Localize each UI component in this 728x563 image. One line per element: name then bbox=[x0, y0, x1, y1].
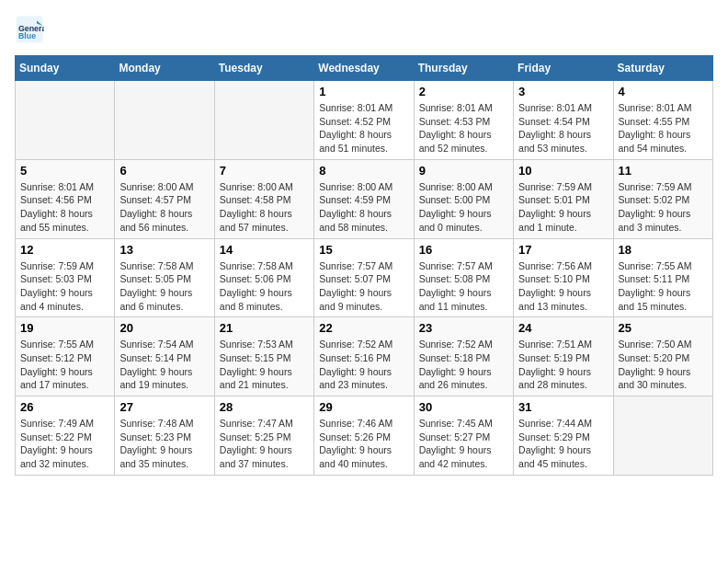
calendar-cell: 25Sunrise: 7:50 AMSunset: 5:20 PMDayligh… bbox=[613, 317, 712, 396]
calendar-cell: 16Sunrise: 7:57 AMSunset: 5:08 PMDayligh… bbox=[414, 238, 513, 317]
calendar-header: SundayMondayTuesdayWednesdayThursdayFrid… bbox=[16, 56, 713, 81]
day-number: 10 bbox=[518, 164, 608, 178]
calendar-cell: 18Sunrise: 7:55 AMSunset: 5:11 PMDayligh… bbox=[613, 238, 712, 317]
day-info: Sunrise: 7:54 AMSunset: 5:14 PMDaylight:… bbox=[119, 338, 209, 392]
calendar-week-row: 19Sunrise: 7:55 AMSunset: 5:12 PMDayligh… bbox=[16, 317, 713, 396]
day-info: Sunrise: 8:00 AMSunset: 4:59 PMDaylight:… bbox=[319, 180, 408, 235]
day-info: Sunrise: 7:52 AMSunset: 5:18 PMDaylight:… bbox=[419, 338, 508, 392]
calendar-cell: 1Sunrise: 8:01 AMSunset: 4:52 PMDaylight… bbox=[314, 81, 414, 160]
weekday-header: Tuesday bbox=[214, 56, 313, 81]
calendar-week-row: 26Sunrise: 7:49 AMSunset: 5:22 PMDayligh… bbox=[16, 396, 713, 476]
calendar-cell: 22Sunrise: 7:52 AMSunset: 5:16 PMDayligh… bbox=[314, 317, 414, 396]
calendar-cell: 14Sunrise: 7:58 AMSunset: 5:06 PMDayligh… bbox=[214, 238, 313, 317]
logo-icon: General Blue bbox=[15, 15, 44, 44]
calendar-cell: 30Sunrise: 7:45 AMSunset: 5:27 PMDayligh… bbox=[414, 396, 513, 476]
calendar-cell bbox=[613, 396, 712, 476]
day-info: Sunrise: 7:52 AMSunset: 5:16 PMDaylight:… bbox=[319, 338, 408, 392]
day-number: 15 bbox=[319, 243, 408, 257]
day-info: Sunrise: 7:50 AMSunset: 5:20 PMDaylight:… bbox=[619, 338, 708, 392]
day-number: 8 bbox=[319, 164, 408, 178]
day-number: 30 bbox=[419, 400, 508, 414]
day-info: Sunrise: 8:01 AMSunset: 4:53 PMDaylight:… bbox=[419, 101, 508, 155]
day-number: 29 bbox=[319, 400, 408, 414]
day-info: Sunrise: 8:00 AMSunset: 4:57 PMDaylight:… bbox=[119, 180, 209, 235]
day-info: Sunrise: 7:53 AMSunset: 5:15 PMDaylight:… bbox=[220, 338, 309, 392]
day-info: Sunrise: 7:58 AMSunset: 5:05 PMDaylight:… bbox=[119, 259, 209, 314]
calendar-cell: 7Sunrise: 8:00 AMSunset: 4:58 PMDaylight… bbox=[214, 159, 313, 238]
day-info: Sunrise: 8:00 AMSunset: 4:58 PMDaylight:… bbox=[220, 180, 309, 235]
day-number: 28 bbox=[220, 400, 309, 414]
calendar-table: SundayMondayTuesdayWednesdayThursdayFrid… bbox=[15, 55, 713, 476]
calendar-cell: 15Sunrise: 7:57 AMSunset: 5:07 PMDayligh… bbox=[314, 238, 414, 317]
day-number: 18 bbox=[619, 243, 708, 257]
calendar-cell: 26Sunrise: 7:49 AMSunset: 5:22 PMDayligh… bbox=[16, 396, 115, 476]
day-info: Sunrise: 8:01 AMSunset: 4:54 PMDaylight:… bbox=[518, 101, 608, 155]
svg-text:Blue: Blue bbox=[18, 31, 36, 40]
day-info: Sunrise: 7:59 AMSunset: 5:01 PMDaylight:… bbox=[518, 180, 608, 235]
day-number: 17 bbox=[518, 243, 608, 257]
day-number: 7 bbox=[220, 164, 309, 178]
calendar-cell: 6Sunrise: 8:00 AMSunset: 4:57 PMDaylight… bbox=[115, 159, 214, 238]
day-number: 24 bbox=[518, 321, 608, 335]
calendar-cell: 20Sunrise: 7:54 AMSunset: 5:14 PMDayligh… bbox=[115, 317, 214, 396]
calendar-cell: 17Sunrise: 7:56 AMSunset: 5:10 PMDayligh… bbox=[514, 238, 613, 317]
calendar-cell: 23Sunrise: 7:52 AMSunset: 5:18 PMDayligh… bbox=[414, 317, 513, 396]
day-number: 11 bbox=[619, 164, 708, 178]
weekday-header: Sunday bbox=[16, 56, 115, 81]
calendar-cell: 12Sunrise: 7:59 AMSunset: 5:03 PMDayligh… bbox=[16, 238, 115, 317]
calendar-week-row: 1Sunrise: 8:01 AMSunset: 4:52 PMDaylight… bbox=[16, 81, 713, 160]
day-number: 25 bbox=[619, 321, 708, 335]
day-info: Sunrise: 7:57 AMSunset: 5:07 PMDaylight:… bbox=[319, 259, 408, 314]
calendar-cell: 3Sunrise: 8:01 AMSunset: 4:54 PMDaylight… bbox=[514, 81, 613, 160]
weekday-header: Wednesday bbox=[314, 56, 414, 81]
logo: General Blue bbox=[15, 15, 50, 44]
day-info: Sunrise: 7:48 AMSunset: 5:23 PMDaylight:… bbox=[119, 417, 209, 471]
day-info: Sunrise: 7:56 AMSunset: 5:10 PMDaylight:… bbox=[518, 259, 608, 314]
calendar-body: 1Sunrise: 8:01 AMSunset: 4:52 PMDaylight… bbox=[16, 81, 713, 476]
day-number: 19 bbox=[20, 321, 109, 335]
day-number: 12 bbox=[20, 243, 109, 257]
calendar-cell bbox=[214, 81, 313, 160]
day-number: 20 bbox=[119, 321, 209, 335]
calendar-cell bbox=[16, 81, 115, 160]
weekday-header: Monday bbox=[115, 56, 214, 81]
day-number: 31 bbox=[518, 400, 608, 414]
calendar-cell: 2Sunrise: 8:01 AMSunset: 4:53 PMDaylight… bbox=[414, 81, 513, 160]
calendar-cell: 13Sunrise: 7:58 AMSunset: 5:05 PMDayligh… bbox=[115, 238, 214, 317]
weekday-header: Friday bbox=[514, 56, 613, 81]
day-number: 5 bbox=[20, 164, 109, 178]
calendar-week-row: 5Sunrise: 8:01 AMSunset: 4:56 PMDaylight… bbox=[16, 159, 713, 238]
calendar-cell: 28Sunrise: 7:47 AMSunset: 5:25 PMDayligh… bbox=[214, 396, 313, 476]
calendar-cell: 5Sunrise: 8:01 AMSunset: 4:56 PMDaylight… bbox=[16, 159, 115, 238]
day-info: Sunrise: 8:01 AMSunset: 4:56 PMDaylight:… bbox=[20, 180, 109, 235]
calendar-cell: 21Sunrise: 7:53 AMSunset: 5:15 PMDayligh… bbox=[214, 317, 313, 396]
day-info: Sunrise: 7:46 AMSunset: 5:26 PMDaylight:… bbox=[319, 417, 408, 471]
day-number: 4 bbox=[619, 85, 708, 98]
calendar-cell: 19Sunrise: 7:55 AMSunset: 5:12 PMDayligh… bbox=[16, 317, 115, 396]
day-info: Sunrise: 7:49 AMSunset: 5:22 PMDaylight:… bbox=[20, 417, 109, 471]
calendar-cell: 4Sunrise: 8:01 AMSunset: 4:55 PMDaylight… bbox=[613, 81, 712, 160]
day-number: 16 bbox=[419, 243, 508, 257]
calendar-cell bbox=[115, 81, 214, 160]
day-number: 13 bbox=[119, 243, 209, 257]
weekday-header: Saturday bbox=[613, 56, 712, 81]
page-header: General Blue bbox=[15, 15, 713, 44]
day-number: 26 bbox=[20, 400, 109, 414]
calendar-cell: 29Sunrise: 7:46 AMSunset: 5:26 PMDayligh… bbox=[314, 396, 414, 476]
calendar-cell: 8Sunrise: 8:00 AMSunset: 4:59 PMDaylight… bbox=[314, 159, 414, 238]
calendar-cell: 10Sunrise: 7:59 AMSunset: 5:01 PMDayligh… bbox=[514, 159, 613, 238]
weekday-row: SundayMondayTuesdayWednesdayThursdayFrid… bbox=[16, 56, 713, 81]
calendar-cell: 31Sunrise: 7:44 AMSunset: 5:29 PMDayligh… bbox=[514, 396, 613, 476]
calendar-cell: 9Sunrise: 8:00 AMSunset: 5:00 PMDaylight… bbox=[414, 159, 513, 238]
day-number: 6 bbox=[119, 164, 209, 178]
day-info: Sunrise: 7:59 AMSunset: 5:03 PMDaylight:… bbox=[20, 259, 109, 314]
calendar-week-row: 12Sunrise: 7:59 AMSunset: 5:03 PMDayligh… bbox=[16, 238, 713, 317]
day-info: Sunrise: 7:58 AMSunset: 5:06 PMDaylight:… bbox=[220, 259, 309, 314]
calendar-cell: 27Sunrise: 7:48 AMSunset: 5:23 PMDayligh… bbox=[115, 396, 214, 476]
day-info: Sunrise: 7:57 AMSunset: 5:08 PMDaylight:… bbox=[419, 259, 508, 314]
calendar-cell: 11Sunrise: 7:59 AMSunset: 5:02 PMDayligh… bbox=[613, 159, 712, 238]
day-info: Sunrise: 7:45 AMSunset: 5:27 PMDaylight:… bbox=[419, 417, 508, 471]
day-number: 3 bbox=[518, 85, 608, 98]
day-number: 21 bbox=[220, 321, 309, 335]
day-info: Sunrise: 7:47 AMSunset: 5:25 PMDaylight:… bbox=[220, 417, 309, 471]
